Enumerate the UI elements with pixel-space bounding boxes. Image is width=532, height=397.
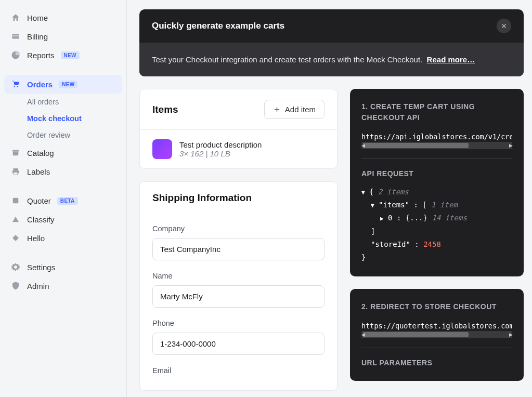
- horizontal-scrollbar[interactable]: ◀▶: [361, 331, 512, 338]
- nav-label: Hello: [27, 234, 45, 243]
- horizontal-scrollbar[interactable]: ◀▶: [361, 142, 512, 149]
- code2-heading: 2. Redirect to Store Checkout: [361, 301, 512, 312]
- product-thumbnail: [152, 139, 172, 159]
- triangle-icon: [10, 214, 21, 224]
- code-step-1: 1. Create Temp Cart Using Checkout API h…: [350, 89, 524, 276]
- banner-close-button[interactable]: [497, 19, 511, 33]
- beta-badge: BETA: [57, 197, 78, 205]
- cart-icon: [10, 79, 21, 89]
- email-label: Email: [152, 366, 325, 375]
- add-item-button[interactable]: Add item: [264, 100, 325, 119]
- svg-rect-6: [14, 173, 18, 175]
- home-icon: [10, 12, 21, 23]
- nav-quoter[interactable]: Quoter BETA: [4, 191, 122, 210]
- gear-icon: [10, 262, 21, 272]
- shipping-card: Shipping Information Company Name: [139, 181, 338, 391]
- nav-label: Quoter: [27, 196, 51, 205]
- product-meta: 3× 162 | 10 LB: [179, 149, 262, 158]
- svg-rect-1: [12, 36, 19, 37]
- product-title: Test product description: [179, 140, 262, 149]
- nav-mock-checkout[interactable]: Mock checkout: [27, 110, 122, 127]
- nav-label: Reports: [27, 51, 55, 60]
- json-viewer[interactable]: ▼ { 2 items ▼ "items" : [ 1 item ▶ 0 : {…: [361, 186, 512, 264]
- add-item-label: Add item: [285, 105, 316, 114]
- code1-url: https://api.iglobalstores.com/v1/cre: [361, 133, 512, 141]
- banner-subtitle: Test your Checkout integration and creat…: [152, 55, 422, 64]
- company-label: Company: [152, 224, 325, 233]
- nav-label: Admin: [27, 282, 49, 290]
- nav-label: Home: [27, 14, 48, 22]
- nav-labels[interactable]: Labels: [4, 162, 122, 181]
- svg-rect-7: [13, 198, 19, 204]
- item-row: Test product description 3× 162 | 10 LB: [140, 130, 337, 168]
- nav-reports[interactable]: Reports NEW: [4, 46, 122, 64]
- sidebar: Home Billing Reports NEW Orders NEW All …: [0, 0, 127, 397]
- diamond-icon: [10, 233, 21, 243]
- pie-icon: [10, 50, 21, 60]
- nav-label: Orders: [27, 80, 53, 89]
- banner-readmore-link[interactable]: Read more…: [427, 55, 475, 64]
- svg-rect-4: [14, 168, 18, 170]
- api-request-label: API REQUEST: [361, 168, 512, 179]
- nav-all-orders[interactable]: All orders: [27, 94, 122, 110]
- nav-home[interactable]: Home: [4, 8, 122, 27]
- name-field-wrapper: Name: [152, 272, 325, 308]
- nav-billing[interactable]: Billing: [4, 27, 122, 46]
- url-params-label: URL PARAMETERS: [361, 358, 512, 368]
- nav-label: Settings: [27, 263, 55, 272]
- name-label: Name: [152, 272, 325, 280]
- phone-label: Phone: [152, 319, 325, 327]
- code1-heading: 1. Create Temp Cart Using Checkout API: [361, 101, 512, 123]
- email-field-wrapper: Email: [152, 366, 325, 380]
- items-card: Items Add item Test product description …: [139, 89, 338, 169]
- shipping-heading: Shipping Information: [152, 192, 252, 204]
- code2-url: https://quotertest.iglobalstores.com: [361, 322, 512, 330]
- code-step-2: 2. Redirect to Store Checkout https://qu…: [350, 289, 524, 381]
- company-input[interactable]: [152, 238, 325, 260]
- phone-input[interactable]: [152, 333, 325, 355]
- banner-title: Quickly generate example carts: [152, 21, 284, 31]
- company-field-wrapper: Company: [152, 224, 325, 260]
- main: Quickly generate example carts Test your…: [127, 0, 532, 397]
- new-badge: NEW: [59, 81, 77, 88]
- nav-label: Catalog: [27, 149, 54, 157]
- nav-classify[interactable]: Classify: [4, 210, 122, 229]
- nav-hello[interactable]: Hello: [4, 229, 122, 247]
- card-icon: [10, 31, 21, 42]
- name-input[interactable]: [152, 285, 325, 308]
- nav-settings[interactable]: Settings: [4, 258, 122, 276]
- printer-icon: [10, 166, 21, 177]
- svg-rect-3: [13, 152, 19, 156]
- nav-orders[interactable]: Orders NEW: [4, 75, 122, 94]
- archive-icon: [10, 148, 21, 158]
- nav-label: Classify: [27, 215, 55, 224]
- items-heading: Items: [152, 104, 178, 115]
- nav-admin[interactable]: Admin: [4, 276, 122, 295]
- nav-label: Labels: [27, 167, 50, 176]
- nav-order-review[interactable]: Order review: [27, 127, 122, 143]
- svg-rect-2: [12, 150, 19, 152]
- nav-catalog[interactable]: Catalog: [4, 143, 122, 162]
- close-icon: [500, 22, 508, 30]
- square-icon: [10, 195, 21, 206]
- new-badge: NEW: [61, 51, 80, 59]
- plus-icon: [273, 105, 281, 113]
- nav-label: Billing: [27, 32, 48, 41]
- banner: Quickly generate example carts Test your…: [139, 9, 524, 76]
- shield-icon: [10, 281, 21, 291]
- phone-field-wrapper: Phone: [152, 319, 325, 355]
